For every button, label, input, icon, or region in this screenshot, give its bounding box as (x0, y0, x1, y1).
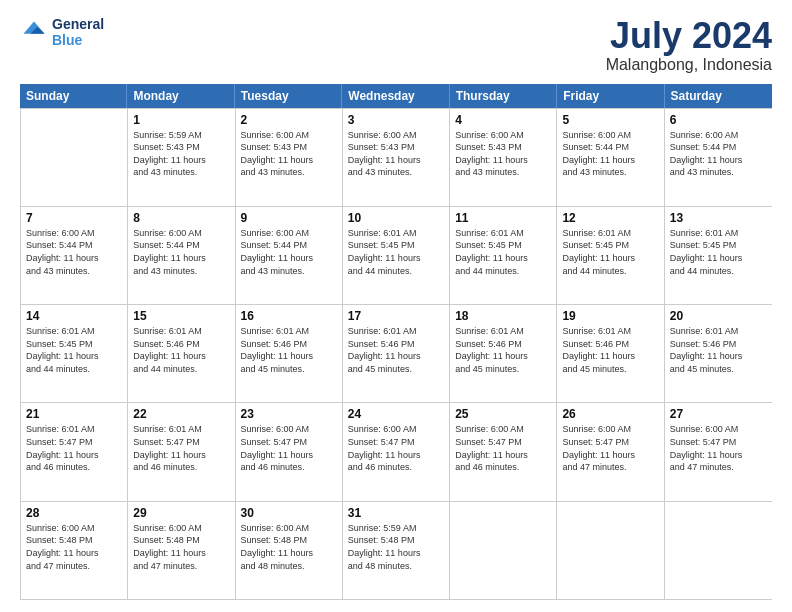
week-row-3: 14Sunrise: 6:01 AM Sunset: 5:45 PM Dayli… (21, 304, 772, 402)
cal-cell: 3Sunrise: 6:00 AM Sunset: 5:43 PM Daylig… (343, 109, 450, 206)
day-number: 23 (241, 407, 337, 421)
cal-cell: 26Sunrise: 6:00 AM Sunset: 5:47 PM Dayli… (557, 403, 664, 500)
day-info: Sunrise: 6:00 AM Sunset: 5:48 PM Dayligh… (241, 522, 337, 572)
cal-cell: 16Sunrise: 6:01 AM Sunset: 5:46 PM Dayli… (236, 305, 343, 402)
day-number: 18 (455, 309, 551, 323)
cal-cell (21, 109, 128, 206)
week-row-2: 7Sunrise: 6:00 AM Sunset: 5:44 PM Daylig… (21, 206, 772, 304)
week-row-1: 1Sunrise: 5:59 AM Sunset: 5:43 PM Daylig… (21, 108, 772, 206)
day-info: Sunrise: 6:00 AM Sunset: 5:44 PM Dayligh… (670, 129, 767, 179)
cal-cell: 2Sunrise: 6:00 AM Sunset: 5:43 PM Daylig… (236, 109, 343, 206)
header-day-saturday: Saturday (665, 84, 772, 108)
day-info: Sunrise: 6:00 AM Sunset: 5:47 PM Dayligh… (562, 423, 658, 473)
cal-cell: 13Sunrise: 6:01 AM Sunset: 5:45 PM Dayli… (665, 207, 772, 304)
cal-cell: 29Sunrise: 6:00 AM Sunset: 5:48 PM Dayli… (128, 502, 235, 599)
cal-cell: 18Sunrise: 6:01 AM Sunset: 5:46 PM Dayli… (450, 305, 557, 402)
day-info: Sunrise: 6:01 AM Sunset: 5:46 PM Dayligh… (348, 325, 444, 375)
logo-icon (20, 18, 48, 46)
cal-cell: 21Sunrise: 6:01 AM Sunset: 5:47 PM Dayli… (21, 403, 128, 500)
day-number: 6 (670, 113, 767, 127)
day-info: Sunrise: 6:00 AM Sunset: 5:44 PM Dayligh… (26, 227, 122, 277)
cal-cell: 31Sunrise: 5:59 AM Sunset: 5:48 PM Dayli… (343, 502, 450, 599)
subtitle: Malangbong, Indonesia (606, 56, 772, 74)
cal-cell (450, 502, 557, 599)
week-row-4: 21Sunrise: 6:01 AM Sunset: 5:47 PM Dayli… (21, 402, 772, 500)
day-info: Sunrise: 6:01 AM Sunset: 5:47 PM Dayligh… (26, 423, 122, 473)
calendar-body: 1Sunrise: 5:59 AM Sunset: 5:43 PM Daylig… (20, 108, 772, 600)
day-info: Sunrise: 6:01 AM Sunset: 5:46 PM Dayligh… (562, 325, 658, 375)
day-info: Sunrise: 6:01 AM Sunset: 5:47 PM Dayligh… (133, 423, 229, 473)
cal-cell: 14Sunrise: 6:01 AM Sunset: 5:45 PM Dayli… (21, 305, 128, 402)
day-number: 21 (26, 407, 122, 421)
cal-cell (665, 502, 772, 599)
day-number: 16 (241, 309, 337, 323)
cal-cell: 19Sunrise: 6:01 AM Sunset: 5:46 PM Dayli… (557, 305, 664, 402)
header: General Blue July 2024 Malangbong, Indon… (20, 16, 772, 74)
day-number: 27 (670, 407, 767, 421)
cal-cell: 4Sunrise: 6:00 AM Sunset: 5:43 PM Daylig… (450, 109, 557, 206)
day-number: 30 (241, 506, 337, 520)
cal-cell: 30Sunrise: 6:00 AM Sunset: 5:48 PM Dayli… (236, 502, 343, 599)
cal-cell: 8Sunrise: 6:00 AM Sunset: 5:44 PM Daylig… (128, 207, 235, 304)
calendar: SundayMondayTuesdayWednesdayThursdayFrid… (20, 84, 772, 600)
day-number: 3 (348, 113, 444, 127)
cal-cell: 11Sunrise: 6:01 AM Sunset: 5:45 PM Dayli… (450, 207, 557, 304)
day-number: 11 (455, 211, 551, 225)
day-number: 8 (133, 211, 229, 225)
day-number: 20 (670, 309, 767, 323)
day-number: 13 (670, 211, 767, 225)
day-info: Sunrise: 6:01 AM Sunset: 5:45 PM Dayligh… (455, 227, 551, 277)
cal-cell: 1Sunrise: 5:59 AM Sunset: 5:43 PM Daylig… (128, 109, 235, 206)
day-number: 19 (562, 309, 658, 323)
day-info: Sunrise: 6:01 AM Sunset: 5:45 PM Dayligh… (26, 325, 122, 375)
day-info: Sunrise: 6:00 AM Sunset: 5:47 PM Dayligh… (670, 423, 767, 473)
day-info: Sunrise: 6:01 AM Sunset: 5:46 PM Dayligh… (670, 325, 767, 375)
day-info: Sunrise: 5:59 AM Sunset: 5:43 PM Dayligh… (133, 129, 229, 179)
cal-cell: 24Sunrise: 6:00 AM Sunset: 5:47 PM Dayli… (343, 403, 450, 500)
day-info: Sunrise: 6:01 AM Sunset: 5:45 PM Dayligh… (562, 227, 658, 277)
header-day-tuesday: Tuesday (235, 84, 342, 108)
cal-cell: 23Sunrise: 6:00 AM Sunset: 5:47 PM Dayli… (236, 403, 343, 500)
cal-cell: 20Sunrise: 6:01 AM Sunset: 5:46 PM Dayli… (665, 305, 772, 402)
header-day-wednesday: Wednesday (342, 84, 449, 108)
cal-cell: 6Sunrise: 6:00 AM Sunset: 5:44 PM Daylig… (665, 109, 772, 206)
day-number: 5 (562, 113, 658, 127)
day-number: 4 (455, 113, 551, 127)
day-info: Sunrise: 6:01 AM Sunset: 5:45 PM Dayligh… (670, 227, 767, 277)
cal-cell: 9Sunrise: 6:00 AM Sunset: 5:44 PM Daylig… (236, 207, 343, 304)
day-number: 9 (241, 211, 337, 225)
day-info: Sunrise: 6:00 AM Sunset: 5:47 PM Dayligh… (241, 423, 337, 473)
day-number: 1 (133, 113, 229, 127)
day-info: Sunrise: 6:00 AM Sunset: 5:43 PM Dayligh… (455, 129, 551, 179)
logo: General Blue (20, 16, 104, 48)
cal-cell: 12Sunrise: 6:01 AM Sunset: 5:45 PM Dayli… (557, 207, 664, 304)
day-number: 24 (348, 407, 444, 421)
day-number: 7 (26, 211, 122, 225)
cal-cell: 25Sunrise: 6:00 AM Sunset: 5:47 PM Dayli… (450, 403, 557, 500)
week-row-5: 28Sunrise: 6:00 AM Sunset: 5:48 PM Dayli… (21, 501, 772, 599)
day-info: Sunrise: 6:00 AM Sunset: 5:43 PM Dayligh… (348, 129, 444, 179)
main-title: July 2024 (606, 16, 772, 56)
cal-cell: 10Sunrise: 6:01 AM Sunset: 5:45 PM Dayli… (343, 207, 450, 304)
cal-cell: 22Sunrise: 6:01 AM Sunset: 5:47 PM Dayli… (128, 403, 235, 500)
day-number: 22 (133, 407, 229, 421)
cal-cell: 7Sunrise: 6:00 AM Sunset: 5:44 PM Daylig… (21, 207, 128, 304)
title-block: July 2024 Malangbong, Indonesia (606, 16, 772, 74)
header-day-sunday: Sunday (20, 84, 127, 108)
day-info: Sunrise: 6:00 AM Sunset: 5:47 PM Dayligh… (348, 423, 444, 473)
cal-cell: 28Sunrise: 6:00 AM Sunset: 5:48 PM Dayli… (21, 502, 128, 599)
day-number: 10 (348, 211, 444, 225)
day-number: 28 (26, 506, 122, 520)
cal-cell: 17Sunrise: 6:01 AM Sunset: 5:46 PM Dayli… (343, 305, 450, 402)
day-number: 17 (348, 309, 444, 323)
day-info: Sunrise: 6:00 AM Sunset: 5:44 PM Dayligh… (133, 227, 229, 277)
header-day-monday: Monday (127, 84, 234, 108)
day-info: Sunrise: 6:00 AM Sunset: 5:48 PM Dayligh… (133, 522, 229, 572)
day-info: Sunrise: 6:00 AM Sunset: 5:43 PM Dayligh… (241, 129, 337, 179)
day-info: Sunrise: 6:00 AM Sunset: 5:44 PM Dayligh… (562, 129, 658, 179)
day-info: Sunrise: 6:01 AM Sunset: 5:46 PM Dayligh… (455, 325, 551, 375)
day-info: Sunrise: 6:01 AM Sunset: 5:46 PM Dayligh… (133, 325, 229, 375)
day-info: Sunrise: 6:01 AM Sunset: 5:45 PM Dayligh… (348, 227, 444, 277)
day-info: Sunrise: 5:59 AM Sunset: 5:48 PM Dayligh… (348, 522, 444, 572)
day-number: 14 (26, 309, 122, 323)
